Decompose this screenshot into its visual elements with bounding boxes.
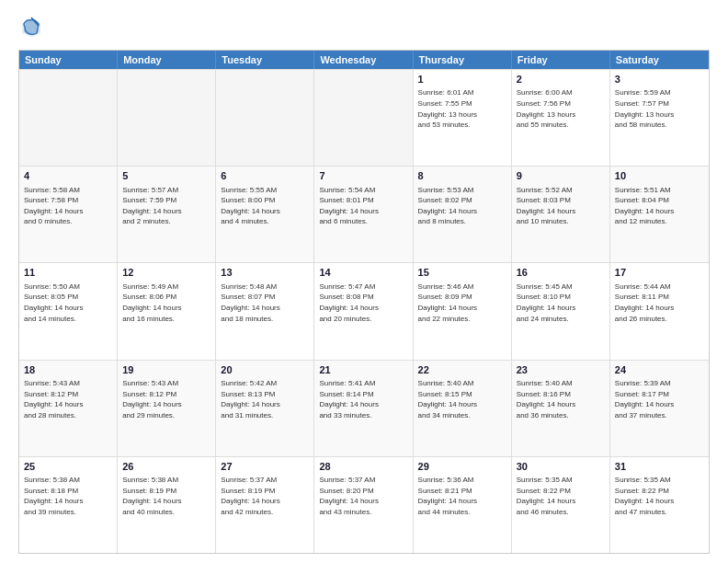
header-day-sunday: Sunday: [19, 51, 118, 69]
day-cell-6: 6Sunrise: 5:55 AMSunset: 8:00 PMDaylight…: [216, 167, 314, 262]
header: [18, 15, 710, 40]
header-day-thursday: Thursday: [414, 51, 512, 69]
day-cell-16: 16Sunrise: 5:45 AMSunset: 8:10 PMDayligh…: [512, 263, 610, 359]
day-number: 4: [24, 169, 112, 183]
empty-cell: [19, 70, 118, 166]
day-number: 27: [221, 460, 309, 474]
day-cell-30: 30Sunrise: 5:35 AMSunset: 8:22 PMDayligh…: [512, 457, 610, 553]
day-info: Sunrise: 5:37 AMSunset: 8:19 PMDaylight:…: [221, 475, 309, 517]
day-cell-12: 12Sunrise: 5:49 AMSunset: 8:06 PMDayligh…: [118, 263, 216, 359]
day-cell-23: 23Sunrise: 5:40 AMSunset: 8:16 PMDayligh…: [512, 361, 610, 456]
day-info: Sunrise: 5:53 AMSunset: 8:02 PMDaylight:…: [418, 185, 506, 227]
day-cell-26: 26Sunrise: 5:38 AMSunset: 8:19 PMDayligh…: [118, 457, 216, 553]
day-info: Sunrise: 5:36 AMSunset: 8:21 PMDaylight:…: [418, 475, 506, 517]
day-cell-9: 9Sunrise: 5:52 AMSunset: 8:03 PMDaylight…: [512, 167, 610, 262]
day-number: 6: [221, 169, 309, 183]
day-info: Sunrise: 5:46 AMSunset: 8:09 PMDaylight:…: [418, 282, 506, 324]
day-number: 8: [418, 169, 506, 183]
day-number: 9: [517, 169, 605, 183]
day-number: 30: [517, 460, 605, 474]
calendar-row-1: 1Sunrise: 6:01 AMSunset: 7:55 PMDaylight…: [19, 69, 709, 166]
calendar-header: SundayMondayTuesdayWednesdayThursdayFrid…: [19, 51, 709, 69]
day-cell-5: 5Sunrise: 5:57 AMSunset: 7:59 PMDaylight…: [118, 167, 216, 262]
day-info: Sunrise: 5:40 AMSunset: 8:16 PMDaylight:…: [517, 378, 605, 420]
day-cell-21: 21Sunrise: 5:41 AMSunset: 8:14 PMDayligh…: [314, 361, 413, 456]
day-number: 16: [517, 266, 605, 280]
day-cell-28: 28Sunrise: 5:37 AMSunset: 8:20 PMDayligh…: [314, 457, 413, 553]
day-cell-8: 8Sunrise: 5:53 AMSunset: 8:02 PMDaylight…: [414, 167, 512, 262]
day-info: Sunrise: 5:44 AMSunset: 8:11 PMDaylight:…: [615, 282, 704, 324]
header-day-friday: Friday: [512, 51, 610, 69]
day-info: Sunrise: 5:50 AMSunset: 8:05 PMDaylight:…: [24, 282, 112, 324]
header-day-monday: Monday: [118, 51, 216, 69]
day-number: 25: [24, 460, 112, 474]
day-number: 29: [418, 460, 506, 474]
day-info: Sunrise: 5:58 AMSunset: 7:58 PMDaylight:…: [24, 185, 112, 227]
day-number: 5: [122, 169, 210, 183]
day-number: 14: [319, 266, 407, 280]
day-info: Sunrise: 5:41 AMSunset: 8:14 PMDaylight:…: [319, 378, 407, 420]
empty-cell: [118, 70, 216, 166]
day-cell-3: 3Sunrise: 5:59 AMSunset: 7:57 PMDaylight…: [610, 70, 709, 166]
day-number: 3: [615, 73, 704, 86]
day-cell-24: 24Sunrise: 5:39 AMSunset: 8:17 PMDayligh…: [610, 361, 709, 456]
day-number: 22: [418, 363, 506, 377]
day-info: Sunrise: 5:35 AMSunset: 8:22 PMDaylight:…: [615, 475, 704, 517]
day-info: Sunrise: 5:57 AMSunset: 7:59 PMDaylight:…: [122, 185, 210, 227]
day-cell-14: 14Sunrise: 5:47 AMSunset: 8:08 PMDayligh…: [314, 263, 413, 359]
day-number: 26: [122, 460, 210, 474]
day-info: Sunrise: 5:55 AMSunset: 8:00 PMDaylight:…: [221, 185, 309, 227]
header-day-saturday: Saturday: [610, 51, 709, 69]
day-info: Sunrise: 5:38 AMSunset: 8:18 PMDaylight:…: [24, 475, 112, 517]
day-info: Sunrise: 5:51 AMSunset: 8:04 PMDaylight:…: [615, 185, 704, 227]
day-number: 7: [319, 169, 407, 183]
day-number: 20: [221, 363, 309, 377]
day-number: 17: [615, 266, 704, 280]
day-cell-27: 27Sunrise: 5:37 AMSunset: 8:19 PMDayligh…: [216, 457, 314, 553]
day-info: Sunrise: 5:45 AMSunset: 8:10 PMDaylight:…: [517, 282, 605, 324]
day-number: 10: [615, 169, 704, 183]
day-cell-15: 15Sunrise: 5:46 AMSunset: 8:09 PMDayligh…: [414, 263, 512, 359]
day-cell-22: 22Sunrise: 5:40 AMSunset: 8:15 PMDayligh…: [414, 361, 512, 456]
empty-cell: [216, 70, 314, 166]
day-number: 23: [517, 363, 605, 377]
day-info: Sunrise: 6:01 AMSunset: 7:55 PMDaylight:…: [418, 87, 506, 130]
day-number: 2: [517, 73, 605, 86]
day-cell-19: 19Sunrise: 5:43 AMSunset: 8:12 PMDayligh…: [118, 361, 216, 456]
day-cell-7: 7Sunrise: 5:54 AMSunset: 8:01 PMDaylight…: [314, 167, 413, 262]
day-cell-29: 29Sunrise: 5:36 AMSunset: 8:21 PMDayligh…: [414, 457, 512, 553]
day-number: 28: [319, 460, 407, 474]
day-info: Sunrise: 5:48 AMSunset: 8:07 PMDaylight:…: [221, 282, 309, 324]
day-cell-25: 25Sunrise: 5:38 AMSunset: 8:18 PMDayligh…: [19, 457, 118, 553]
day-number: 11: [24, 266, 112, 280]
day-info: Sunrise: 5:43 AMSunset: 8:12 PMDaylight:…: [24, 378, 112, 420]
day-info: Sunrise: 5:54 AMSunset: 8:01 PMDaylight:…: [319, 185, 407, 227]
day-cell-1: 1Sunrise: 6:01 AMSunset: 7:55 PMDaylight…: [414, 70, 512, 166]
day-number: 31: [615, 460, 704, 474]
day-info: Sunrise: 5:37 AMSunset: 8:20 PMDaylight:…: [319, 475, 407, 517]
calendar-body: 1Sunrise: 6:01 AMSunset: 7:55 PMDaylight…: [19, 69, 709, 553]
day-info: Sunrise: 5:59 AMSunset: 7:57 PMDaylight:…: [615, 87, 704, 130]
day-number: 24: [615, 363, 704, 377]
day-number: 21: [319, 363, 407, 377]
day-cell-20: 20Sunrise: 5:42 AMSunset: 8:13 PMDayligh…: [216, 361, 314, 456]
logo: [18, 15, 48, 40]
empty-cell: [314, 70, 413, 166]
day-info: Sunrise: 5:38 AMSunset: 8:19 PMDaylight:…: [122, 475, 210, 517]
day-info: Sunrise: 5:42 AMSunset: 8:13 PMDaylight:…: [221, 378, 309, 420]
day-info: Sunrise: 5:39 AMSunset: 8:17 PMDaylight:…: [615, 378, 704, 420]
day-info: Sunrise: 5:40 AMSunset: 8:15 PMDaylight:…: [418, 378, 506, 420]
day-cell-11: 11Sunrise: 5:50 AMSunset: 8:05 PMDayligh…: [19, 263, 118, 359]
header-day-tuesday: Tuesday: [216, 51, 314, 69]
day-info: Sunrise: 6:00 AMSunset: 7:56 PMDaylight:…: [517, 87, 605, 130]
calendar-row-4: 18Sunrise: 5:43 AMSunset: 8:12 PMDayligh…: [19, 360, 709, 456]
day-cell-13: 13Sunrise: 5:48 AMSunset: 8:07 PMDayligh…: [216, 263, 314, 359]
calendar: SundayMondayTuesdayWednesdayThursdayFrid…: [18, 50, 710, 554]
day-info: Sunrise: 5:52 AMSunset: 8:03 PMDaylight:…: [517, 185, 605, 227]
day-number: 19: [122, 363, 210, 377]
page: SundayMondayTuesdayWednesdayThursdayFrid…: [0, 0, 728, 563]
day-cell-17: 17Sunrise: 5:44 AMSunset: 8:11 PMDayligh…: [610, 263, 709, 359]
day-info: Sunrise: 5:35 AMSunset: 8:22 PMDaylight:…: [517, 475, 605, 517]
day-number: 15: [418, 266, 506, 280]
day-number: 13: [221, 266, 309, 280]
